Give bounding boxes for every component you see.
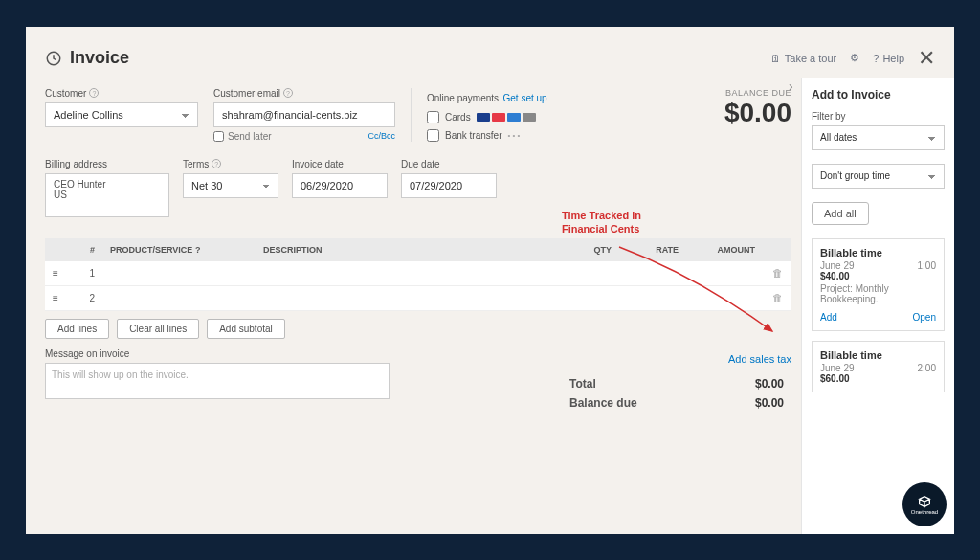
customer-select[interactable]: Adeline Collins — [45, 102, 198, 127]
help-icon[interactable]: ? — [89, 88, 99, 98]
open-link[interactable]: Open — [913, 312, 936, 323]
due-date-label: Due date — [401, 159, 497, 169]
billing-label: Billing address — [45, 159, 169, 169]
add-link[interactable]: Add — [820, 312, 837, 323]
annotation: Time Tracked in Financial Cents — [562, 209, 641, 236]
settings-icon[interactable]: ⚙ — [850, 52, 859, 64]
clear-lines-button[interactable]: Clear all lines — [117, 319, 199, 339]
page-title: Invoice — [70, 48, 129, 68]
ccbcc-link[interactable]: Cc/Bcc — [368, 131, 395, 141]
email-input[interactable] — [213, 102, 395, 127]
line-items-table: # PRODUCT/SERVICE ? DESCRIPTION QTY RATE… — [45, 238, 791, 311]
help-link[interactable]: ?Help — [873, 53, 904, 64]
add-lines-button[interactable]: Add lines — [45, 319, 109, 339]
online-payments-label: Online payments — [427, 93, 499, 103]
add-all-button[interactable]: Add all — [812, 202, 869, 225]
delete-icon[interactable]: 🗑 — [763, 267, 791, 279]
email-label: Customer email — [213, 88, 280, 99]
help-icon[interactable]: ? — [212, 159, 221, 168]
invoice-date-input[interactable] — [292, 173, 388, 198]
add-subtotal-button[interactable]: Add subtotal — [207, 319, 285, 339]
terms-label: Terms — [183, 159, 209, 169]
invoice-date-label: Invoice date — [292, 159, 388, 169]
help-icon[interactable]: ? — [283, 88, 293, 98]
add-sales-tax-link[interactable]: Add sales tax — [562, 353, 791, 365]
billable-time-card[interactable]: Billable time June 292:00 $60.00 — [812, 341, 945, 392]
send-later-checkbox[interactable] — [213, 131, 224, 142]
billing-textarea[interactable]: CEO Hunter US — [45, 173, 169, 217]
chevron-right-icon[interactable]: › — [789, 78, 793, 94]
side-title: Add to Invoice — [812, 88, 945, 101]
setup-link[interactable]: Get set up — [503, 93, 547, 103]
due-date-input[interactable] — [401, 173, 497, 198]
filter-label: Filter by — [812, 111, 945, 122]
balance-label: BALANCE DUE — [724, 88, 791, 98]
table-row[interactable]: ≡ 1 🗑 — [45, 261, 791, 286]
bank-checkbox[interactable] — [427, 129, 439, 142]
billable-time-card[interactable]: Billable time June 291:00 $40.00 Project… — [812, 238, 945, 331]
customer-label: Customer — [45, 88, 86, 99]
take-tour-link[interactable]: 🗓Take a tour — [770, 53, 836, 64]
drag-icon[interactable]: ≡ — [45, 293, 68, 303]
onethread-logo: Onethread — [902, 482, 947, 526]
table-row[interactable]: ≡ 2 🗑 — [45, 286, 791, 311]
filter-select[interactable]: All dates — [812, 125, 945, 150]
close-icon[interactable]: ✕ — [918, 46, 935, 71]
cards-checkbox[interactable] — [427, 111, 439, 123]
drag-icon[interactable]: ≡ — [45, 268, 68, 279]
terms-select[interactable]: Net 30 — [183, 173, 278, 198]
delete-icon[interactable]: 🗑 — [763, 292, 791, 303]
invoice-icon — [45, 50, 62, 67]
group-select[interactable]: Don't group time — [812, 164, 945, 189]
balance-value: $0.00 — [724, 98, 791, 128]
